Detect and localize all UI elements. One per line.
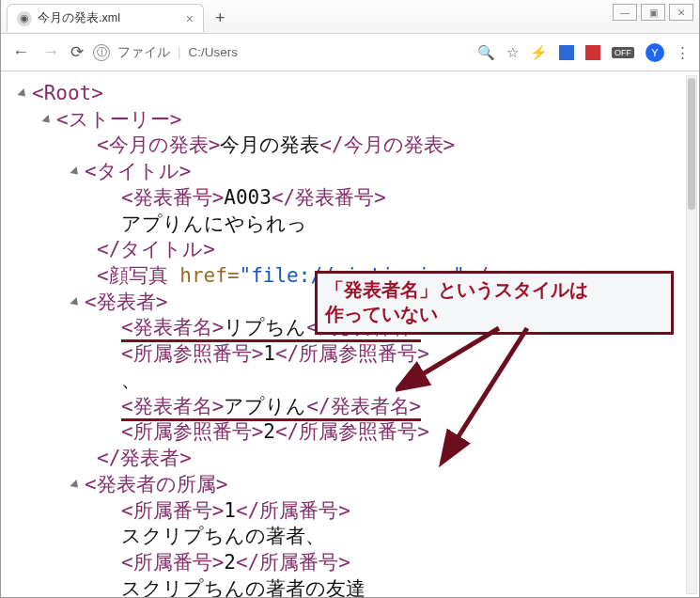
globe-favicon-icon: ◉	[17, 11, 32, 26]
xml-line: </発表者>	[20, 446, 677, 472]
disclosure-triangle-icon[interactable]	[17, 88, 28, 100]
xml-line: <発表者名>アプりん</発表者名>	[20, 394, 677, 420]
disclosure-triangle-icon[interactable]	[70, 166, 81, 178]
tab-strip: ◉ 今月の発表.xml × +	[7, 4, 231, 32]
url-path: C:/Users	[189, 45, 239, 59]
xml-line: <ストーリー>	[20, 107, 677, 134]
bolt-icon[interactable]: ⚡	[530, 44, 548, 61]
tab-close-button[interactable]: ×	[186, 12, 194, 25]
annotation-callout: 「発表者名」というスタイルは 作っていない	[315, 271, 674, 335]
xml-line: <発表者の所属>	[20, 472, 677, 498]
xml-line: <所属番号>1</所属番号>	[20, 498, 677, 525]
disclosure-triangle-icon[interactable]	[70, 297, 81, 308]
vertical-scrollbar[interactable]	[686, 75, 697, 594]
xml-line: アプりんにやられっ	[20, 212, 677, 238]
bookmark-star-icon[interactable]: ☆	[506, 44, 519, 61]
xml-line: <所属番号>2</所属番号>	[20, 550, 677, 576]
window-close-button[interactable]: ✕	[669, 4, 693, 21]
scrollbar-thumb[interactable]	[688, 78, 695, 210]
xml-line: <発表番号>A003</発表番号>	[20, 185, 677, 212]
xml-line: <所属参照番号>1</所属参照番号>	[20, 341, 677, 368]
xml-line: 、	[20, 368, 677, 394]
callout-line2: 作っていない	[325, 302, 663, 326]
xml-line: <所属参照番号>2</所属参照番号>	[20, 419, 677, 446]
reload-button[interactable]: ⟳	[70, 42, 84, 62]
window-titlebar: ◉ 今月の発表.xml × + — ▣ ✕	[1, 0, 699, 34]
xml-line: </タイトル>	[20, 237, 677, 263]
window-minimize-button[interactable]: —	[613, 4, 637, 21]
url-scheme-label: ファイル	[117, 44, 170, 61]
xml-line: <Root>	[20, 81, 677, 107]
xml-tree: <Root> <ストーリー> <今月の発表>今月の発表</今月の発表> <タイト…	[1, 71, 699, 598]
disclosure-triangle-icon[interactable]	[41, 115, 53, 126]
new-tab-button[interactable]: +	[210, 8, 231, 28]
window-maximize-button[interactable]: ▣	[641, 4, 665, 21]
xml-line: スクリプちんの著者、	[20, 524, 677, 550]
zoom-icon[interactable]: 🔍	[477, 44, 495, 61]
overflow-menu-button[interactable]: ⋮	[676, 44, 690, 61]
extension-red-icon[interactable]	[585, 45, 600, 60]
toolbar-right-icons: 🔍 ☆ ⚡ OFF Y ⋮	[477, 43, 690, 62]
window-controls: — ▣ ✕	[609, 4, 693, 21]
site-info-icon[interactable]: ⓘ	[93, 44, 110, 61]
url-separator: |	[178, 45, 181, 59]
browser-toolbar: ← → ⟳ ⓘ ファイル | C:/Users 🔍 ☆ ⚡ OFF Y ⋮	[1, 34, 699, 71]
user-avatar-icon[interactable]: Y	[646, 43, 664, 62]
forward-button[interactable]: →	[40, 42, 61, 62]
browser-tab[interactable]: ◉ 今月の発表.xml ×	[7, 4, 204, 32]
viewport: <Root> <ストーリー> <今月の発表>今月の発表</今月の発表> <タイト…	[1, 71, 699, 598]
xml-line: <今月の発表>今月の発表</今月の発表>	[20, 133, 677, 159]
extension-blue-icon[interactable]	[559, 45, 574, 60]
xml-line: <タイトル>	[20, 159, 677, 185]
address-bar[interactable]: ⓘ ファイル | C:/Users	[93, 44, 468, 61]
disclosure-triangle-icon[interactable]	[70, 480, 81, 491]
xml-line: スクリプちんの著者の友達	[20, 576, 677, 598]
back-button[interactable]: ←	[10, 42, 31, 62]
tab-title: 今月の発表.xml	[38, 10, 120, 26]
extension-off-badge[interactable]: OFF	[612, 47, 634, 58]
callout-line1: 「発表者名」というスタイルは	[325, 277, 663, 302]
